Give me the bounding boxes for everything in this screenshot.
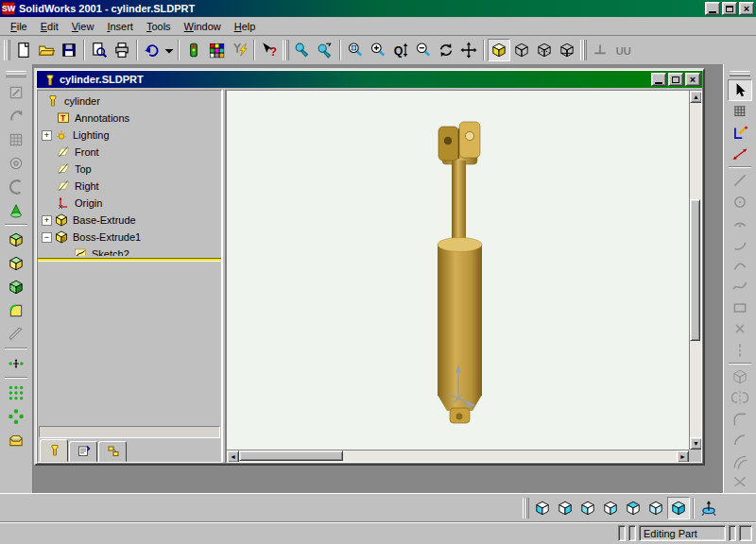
piston-rod[interactable] [452,161,466,247]
document-close-button[interactable]: × [685,73,700,86]
tree-item-right[interactable]: Right [38,178,221,195]
scrollbar-corner [689,450,701,462]
document-minimize-button[interactable] [651,73,666,86]
cylinder-body[interactable] [438,238,482,424]
tree-item-top[interactable]: Top [38,161,221,178]
shaded-button[interactable] [488,39,510,61]
view-left-button[interactable] [576,497,599,519]
sketch-icon [71,246,88,257]
feature-manager-panel: cylinderTAnnotations+LightingFrontTopRig… [37,90,222,463]
tree-item-origin[interactable]: Origin [38,195,221,212]
edit-colors-button[interactable] [205,39,228,61]
menu-edit[interactable]: Edit [34,19,65,34]
extrude-icon [52,212,69,229]
grid-button[interactable] [728,101,752,122]
new-document-button[interactable] [12,39,35,61]
view-normal-to-button[interactable] [697,497,720,519]
print-button[interactable] [111,39,133,61]
view-front-button[interactable] [531,497,554,519]
fillet-feature-button[interactable] [4,298,28,322]
tree-item-front[interactable]: Front [38,144,221,161]
hidden-lines-visible-button[interactable] [533,39,556,61]
move-size-feature-button[interactable] [4,351,28,375]
hidden-lines-removed-button[interactable] [556,39,578,61]
scroll-up-icon[interactable]: ▲ [690,91,702,103]
view-isometric-button[interactable] [667,497,690,519]
menu-file[interactable]: File [4,19,34,34]
view-top-button[interactable] [622,497,644,519]
tree-item-annotations[interactable]: TAnnotations [38,110,221,127]
print-preview-button[interactable] [88,39,111,61]
zoom-to-selection-button[interactable]: Q [389,39,412,61]
selection-filter-button[interactable] [228,39,250,61]
properties-icon [75,444,92,460]
menu-tools[interactable]: Tools [140,19,178,34]
tree-item-sketch2[interactable]: Sketch2 [38,246,221,256]
menu-help[interactable]: Help [228,19,263,34]
viewport-vertical-scrollbar[interactable]: ▲ ▼ [689,91,701,450]
previous-view-button[interactable] [314,39,336,61]
tangent-arc-button [728,233,752,254]
shell-feature-button[interactable] [4,428,28,451]
revolved-boss-button[interactable] [4,198,28,222]
view-bottom-button[interactable] [644,497,667,519]
curvature-icon: UU [614,42,631,59]
configurations-icon [104,444,121,460]
restore-button[interactable] [722,2,737,15]
tree-item-label: Top [75,163,92,175]
extruded-boss-thin-button[interactable] [4,251,28,275]
configuration-manager-tab[interactable] [98,441,127,462]
dimension-button[interactable] [728,144,752,164]
open-button[interactable] [35,39,58,61]
close-button[interactable]: × [739,2,754,15]
tree-item-boss-extrude1[interactable]: −Boss-Extrude1 [38,229,221,246]
collapse-icon[interactable]: − [42,232,52,243]
viewport-horizontal-scrollbar[interactable]: ◄ ► [227,450,689,462]
view-right-button[interactable] [599,497,622,519]
zoom-in-out-button[interactable] [367,39,389,61]
hidden-lines-visible-icon [536,42,553,59]
menu-view[interactable]: View [65,19,101,34]
select-arrow-button[interactable] [728,79,752,101]
expand-icon[interactable]: + [42,130,52,141]
clevis-top[interactable] [438,122,480,164]
save-button[interactable] [58,39,80,61]
tree-item-label: Base-Extrude [73,214,136,226]
graphics-viewport[interactable]: ▲ ▼ ◄ ► [226,90,702,463]
hscroll-thumb[interactable] [239,450,343,461]
expand-icon[interactable]: + [42,215,52,226]
circular-pattern-button[interactable] [4,404,28,428]
help-whats-this-button[interactable]: ? [258,39,281,61]
undo-dropdown-button[interactable] [163,39,175,61]
tree-item-base-extrude[interactable]: +Base-Extrude [38,212,221,229]
menu-insert[interactable]: Insert [100,19,140,34]
tree-item-label: Boss-Extrude1 [73,231,141,243]
scroll-down-icon[interactable]: ▼ [690,437,702,450]
extruded-cut-button[interactable] [4,275,28,298]
feature-manager-tab[interactable] [40,439,68,462]
wireframe-button[interactable] [510,39,533,61]
zoom-out-button[interactable] [412,39,435,61]
extruded-boss-button[interactable] [4,228,28,251]
menu-window[interactable]: Window [178,19,228,34]
vscroll-thumb[interactable] [690,199,700,341]
scroll-left-icon[interactable]: ◄ [227,450,239,463]
document-maximize-button[interactable] [668,73,683,86]
rotate-view-button[interactable] [435,39,457,61]
scroll-right-icon[interactable]: ► [677,450,689,463]
tree-item-cylinder[interactable]: cylinder [38,93,221,110]
zoom-to-area-button[interactable] [344,39,367,61]
zoom-to-fit-button[interactable] [291,39,314,61]
linear-pattern-button[interactable] [4,381,28,404]
sketch-button[interactable] [728,122,752,143]
restore-icon [726,6,733,12]
property-manager-tab[interactable] [69,441,97,462]
tree-horizontal-scrollbar[interactable] [39,426,220,438]
pan-button[interactable] [457,39,480,61]
minimize-button[interactable] [705,2,720,15]
view-back-button[interactable] [554,497,576,519]
fillet-feature-icon [8,302,25,319]
model-hydraulic-cylinder[interactable] [227,91,702,454]
rebuild-button[interactable] [182,39,205,61]
tree-item-lighting[interactable]: +Lighting [38,127,221,144]
